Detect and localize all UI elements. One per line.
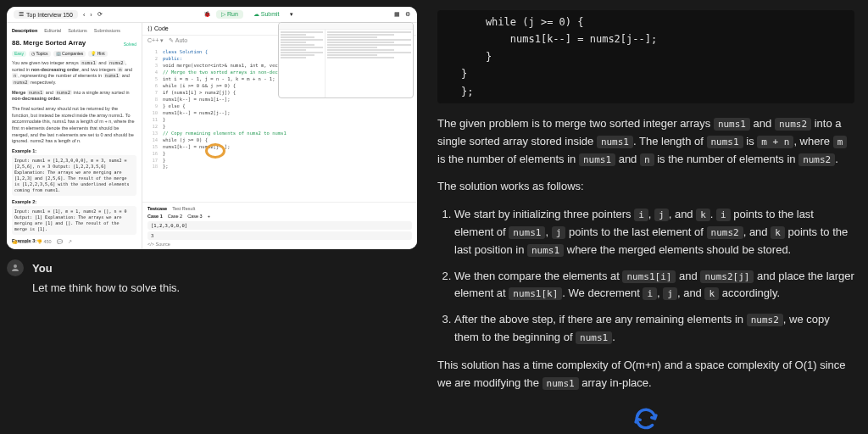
explanation-p1: The given problem is to merge two sorted…	[437, 115, 854, 168]
tab-testresult[interactable]: Test Result	[172, 206, 195, 211]
problem-stats: 👍 15.5K 👎 450 💬 ↗	[12, 239, 72, 246]
problem-list-crumb[interactable]: ☰ Top Interview 150	[14, 10, 78, 19]
add-case-icon[interactable]: +	[208, 214, 210, 219]
desc-tabs: Description Editorial Solutions Submissi…	[12, 28, 136, 35]
tab-description[interactable]: Description	[12, 28, 37, 35]
dislike-count[interactable]: 👎 450	[36, 239, 52, 246]
example1-label: Example 1:	[12, 148, 36, 153]
case2[interactable]: Case 2	[168, 214, 182, 219]
comment-icon[interactable]: 💬	[57, 239, 63, 246]
example2-label: Example 2:	[12, 199, 36, 204]
more-icon[interactable]: ▾	[290, 11, 293, 18]
run-button[interactable]: ▷ Run	[216, 10, 243, 19]
code-snippet: while (j >= 0) { nums1[k--] = nums2[j--]…	[437, 10, 854, 103]
settings-icon[interactable]: ⚙	[405, 11, 410, 18]
leetcode-screenshot: ☰ Top Interview 150 ‹ › ⟳ 🐞 ▷ Run ☁ Subm…	[7, 7, 417, 249]
tc-nums1[interactable]: [1,2,3,0,0,0]	[147, 221, 412, 230]
difficulty-tag: Easy	[12, 51, 26, 57]
like-count[interactable]: 👍 15.5K	[12, 239, 31, 246]
example1-block: Input: nums1 = [1,2,3,0,0,0], m = 3, num…	[12, 155, 136, 196]
tab-editorial[interactable]: Editorial	[44, 28, 61, 35]
tab-solutions[interactable]: Solutions	[68, 28, 87, 35]
tc-m[interactable]: 3	[147, 231, 412, 240]
loading-spinner	[437, 405, 854, 432]
auto-toggle[interactable]: ✎ Auto	[169, 37, 187, 44]
explanation-p3: This solution has a time complexity of O…	[437, 357, 854, 392]
solved-label: Solved	[124, 42, 136, 47]
user-name: You	[32, 262, 53, 275]
submit-button[interactable]: ☁ Submit	[248, 10, 285, 19]
tab-testcase[interactable]: Testcase	[147, 206, 167, 211]
source-link[interactable]: </> Source	[147, 242, 412, 247]
problem-p3: The final sorted array should not be ret…	[12, 106, 136, 145]
shuffle-icon[interactable]: ⟳	[97, 11, 103, 18]
lang-select[interactable]: C++ ▾	[147, 37, 164, 44]
thumbnail-preview	[278, 22, 414, 98]
problem-title: 88. Merge Sorted Array	[12, 38, 86, 47]
tab-submissions[interactable]: Submissions	[94, 28, 120, 35]
explanation-p2: The solution works as follows:	[437, 178, 854, 196]
tab-code[interactable]: ⟨⟩ Code	[147, 25, 169, 32]
step-2: We then compare the elements at nums1[i]…	[454, 268, 854, 303]
layout-icon[interactable]: ▦	[394, 11, 400, 18]
step-3: After the above step, if there are any r…	[454, 311, 854, 347]
problem-p2: Merge nums1 and nums2 into a single arra…	[12, 90, 136, 103]
case1[interactable]: Case 1	[147, 214, 163, 219]
prev-icon[interactable]: ‹	[83, 12, 85, 18]
step-1: We start by initializing three pointers …	[454, 206, 854, 259]
companies-tag[interactable]: 🏢 Companies	[53, 51, 86, 57]
debug-icon[interactable]: 🐞	[203, 11, 211, 18]
topics-tag[interactable]: ◷ Topics	[29, 51, 51, 57]
leetcode-toolbar: ☰ Top Interview 150 ‹ › ⟳ 🐞 ▷ Run ☁ Subm…	[7, 7, 417, 23]
spinner-icon	[632, 405, 659, 432]
example2-block: Input: nums1 = [1], m = 1, nums2 = [], n…	[12, 206, 136, 235]
next-icon[interactable]: ›	[90, 12, 92, 18]
testcase-pane: Testcase Test Result Case 1 Case 2 Case …	[142, 202, 417, 249]
description-pane: Description Editorial Solutions Submissi…	[7, 23, 142, 249]
hint-tag[interactable]: 💡 Hint	[88, 51, 107, 57]
svg-point-0	[14, 264, 17, 268]
share-icon[interactable]: ↗	[68, 239, 72, 246]
assistant-response: while (j >= 0) { nums1[k--] = nums2[j--]…	[424, 0, 868, 434]
user-message: Let me think how to solve this.	[32, 281, 417, 294]
user-avatar	[7, 259, 24, 276]
case3[interactable]: Case 3	[187, 214, 202, 219]
problem-p1: You are given two integer arrays nums1 a…	[12, 60, 136, 86]
